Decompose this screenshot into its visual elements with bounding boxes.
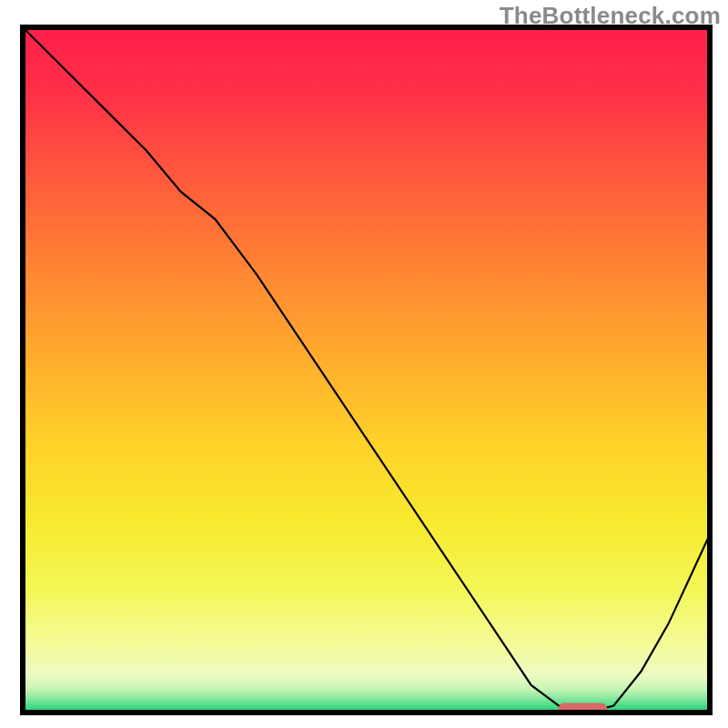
bottleneck-chart <box>0 0 728 728</box>
